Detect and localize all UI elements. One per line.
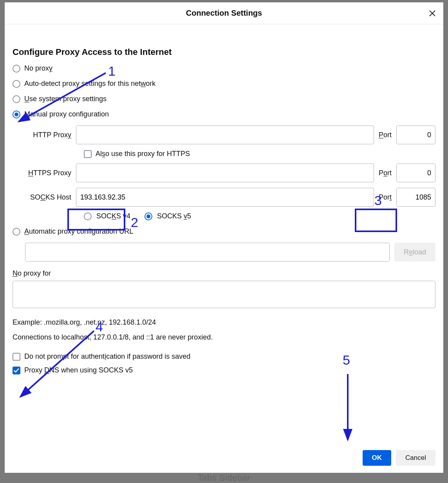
never-proxied-hint: Connections to localhost, 127.0.0.1/8, a… [13, 330, 435, 344]
radio-no-proxy[interactable]: No proxy [13, 64, 435, 73]
auto-config-url-input[interactable] [25, 243, 390, 261]
example-hint: Example: .mozilla.org, .net.nz, 192.168.… [13, 316, 435, 329]
radio-icon [13, 95, 20, 103]
radio-label: Manual proxy configuration [24, 110, 109, 118]
radio-manual-proxy[interactable]: Manual proxy configuration [13, 110, 435, 118]
checkbox-icon [84, 150, 92, 158]
radio-label: Auto-detect proxy settings for this netw… [24, 80, 155, 88]
socks-v4-label[interactable]: SOCKS v4 [96, 212, 130, 220]
socks-port-label: Port [379, 193, 392, 202]
https-proxy-input[interactable] [76, 163, 374, 182]
dialog-title: Connection Settings [186, 9, 262, 18]
cancel-button[interactable]: Cancel [396, 450, 435, 466]
https-port-label: Port [379, 169, 392, 177]
radio-icon [13, 111, 20, 118]
radio-icon[interactable] [84, 212, 92, 220]
dialog-content: Configure Proxy Access to the Internet N… [5, 24, 443, 445]
socks-version-row: SOCKS v4 SOCKS v5 [84, 212, 435, 220]
manual-proxy-block: HTTP Proxy Port Also use this proxy for … [25, 125, 435, 220]
no-proxy-for-textarea[interactable] [13, 281, 435, 308]
proxy-dns-socks5-row[interactable]: Proxy DNS when using SOCKS v5 [13, 366, 435, 374]
socks-host-row: SOCKS Host Port [25, 188, 435, 207]
socks-v5-label[interactable]: SOCKS v5 [157, 212, 191, 220]
radio-icon [13, 228, 20, 236]
checkbox-icon [13, 367, 20, 374]
radio-label: Automatic proxy configuration URL [24, 227, 133, 236]
socks-host-input[interactable] [76, 188, 374, 207]
dialog-titlebar: Connection Settings [5, 2, 443, 24]
radio-auto-detect[interactable]: Auto-detect proxy settings for this netw… [13, 80, 435, 88]
socks-host-label: SOCKS Host [25, 193, 71, 202]
http-proxy-input[interactable] [76, 125, 374, 144]
dialog-footer: OK Cancel [5, 445, 443, 473]
radio-icon[interactable] [145, 212, 152, 220]
reload-button[interactable]: Reload [394, 243, 435, 261]
ok-button[interactable]: OK [363, 450, 392, 466]
http-port-label: Port [379, 131, 392, 139]
radio-system-proxy[interactable]: Use system proxy settings [13, 95, 435, 103]
also-https-row[interactable]: Also use this proxy for HTTPS [84, 150, 435, 158]
checkbox-label: Proxy DNS when using SOCKS v5 [24, 366, 133, 374]
close-icon [429, 10, 436, 17]
checkbox-icon [13, 353, 20, 361]
http-proxy-label: HTTP Proxy [25, 131, 71, 139]
checkbox-label: Do not prompt for authentication if pass… [24, 352, 190, 361]
radio-icon [13, 80, 20, 88]
no-proxy-for-label: No proxy for [13, 269, 435, 278]
checkbox-label: Also use this proxy for HTTPS [96, 150, 190, 158]
radio-label: Use system proxy settings [24, 95, 107, 103]
background-partial-text: Tabs Sidebar [0, 473, 448, 483]
https-proxy-row: HTTPS Proxy Port [25, 163, 435, 182]
auto-config-url-row: Reload [25, 243, 435, 261]
radio-auto-config-url[interactable]: Automatic proxy configuration URL [13, 227, 435, 236]
close-button[interactable] [427, 8, 438, 19]
https-proxy-label: HTTPS Proxy [25, 169, 71, 177]
radio-icon [13, 65, 20, 73]
http-port-input[interactable] [396, 125, 435, 144]
no-auth-prompt-row[interactable]: Do not prompt for authentication if pass… [13, 352, 435, 361]
connection-settings-dialog: Connection Settings Configure Proxy Acce… [5, 2, 443, 473]
http-proxy-row: HTTP Proxy Port [25, 125, 435, 144]
socks-port-input[interactable] [396, 188, 435, 207]
section-heading: Configure Proxy Access to the Internet [13, 47, 435, 57]
https-port-input[interactable] [396, 163, 435, 182]
radio-label: No proxy [24, 64, 52, 73]
